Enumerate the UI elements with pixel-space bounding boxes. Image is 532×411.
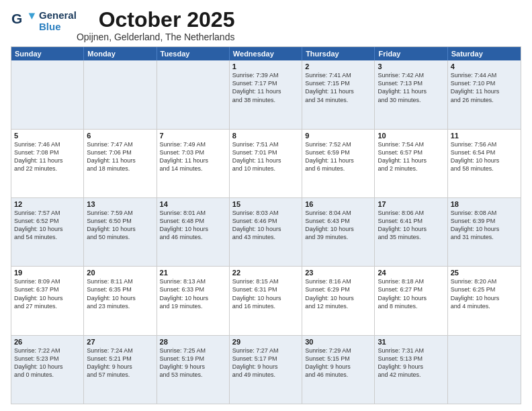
day-number: 17 (378, 200, 444, 208)
cell-info: Sunrise: 7:51 AM Sunset: 7:01 PM Dayligh… (232, 140, 299, 173)
logo-blue: Blue (39, 21, 61, 32)
day-number: 3 (378, 62, 444, 71)
cell-info: Sunrise: 7:39 AM Sunset: 7:17 PM Dayligh… (232, 71, 299, 104)
cal-cell-2-0: 12Sunrise: 7:57 AM Sunset: 6:52 PM Dayli… (11, 198, 84, 266)
weekday-saturday: Saturday (448, 47, 521, 60)
cal-row-4: 26Sunrise: 7:22 AM Sunset: 5:23 PM Dayli… (11, 335, 521, 404)
cell-info: Sunrise: 7:47 AM Sunset: 7:06 PM Dayligh… (87, 140, 153, 173)
weekday-sunday: Sunday (11, 47, 84, 60)
day-number: 14 (160, 200, 226, 208)
page: G General Blue October 2025 Opijnen, Gel… (0, 0, 532, 411)
cal-cell-4-2: 28Sunrise: 7:25 AM Sunset: 5:19 PM Dayli… (157, 336, 230, 404)
cell-info: Sunrise: 8:20 AM Sunset: 6:25 PM Dayligh… (451, 277, 518, 310)
cal-cell-0-4: 2Sunrise: 7:41 AM Sunset: 7:15 PM Daylig… (302, 60, 375, 128)
day-number: 1 (232, 62, 299, 71)
day-number: 16 (305, 200, 371, 208)
cell-info: Sunrise: 7:25 AM Sunset: 5:19 PM Dayligh… (160, 347, 226, 379)
day-number: 20 (87, 269, 153, 277)
cell-info: Sunrise: 7:44 AM Sunset: 7:10 PM Dayligh… (451, 71, 518, 104)
day-number: 4 (451, 62, 518, 71)
cell-info: Sunrise: 7:49 AM Sunset: 7:03 PM Dayligh… (160, 140, 226, 173)
cell-info: Sunrise: 7:24 AM Sunset: 5:21 PM Dayligh… (87, 347, 153, 379)
cal-cell-0-2 (157, 60, 230, 128)
svg-text:G: G (11, 11, 22, 26)
day-number: 23 (305, 269, 371, 277)
cell-info: Sunrise: 8:06 AM Sunset: 6:41 PM Dayligh… (378, 209, 444, 242)
cal-cell-1-5: 10Sunrise: 7:54 AM Sunset: 6:57 PM Dayli… (375, 130, 447, 197)
cal-cell-3-4: 23Sunrise: 8:16 AM Sunset: 6:29 PM Dayli… (302, 267, 375, 334)
cal-cell-2-3: 15Sunrise: 8:03 AM Sunset: 6:46 PM Dayli… (230, 198, 302, 266)
day-number: 29 (232, 338, 299, 346)
cal-cell-1-4: 9Sunrise: 7:52 AM Sunset: 6:59 PM Daylig… (302, 130, 375, 197)
cal-cell-1-6: 11Sunrise: 7:56 AM Sunset: 6:54 PM Dayli… (448, 130, 521, 197)
day-number: 26 (14, 338, 81, 346)
cal-cell-4-3: 29Sunrise: 7:27 AM Sunset: 5:17 PM Dayli… (230, 336, 302, 404)
calendar: Sunday Monday Tuesday Wednesday Thursday… (11, 46, 521, 404)
cal-cell-3-1: 20Sunrise: 8:11 AM Sunset: 6:35 PM Dayli… (84, 267, 157, 334)
cell-info: Sunrise: 8:03 AM Sunset: 6:46 PM Dayligh… (232, 209, 299, 242)
cal-row-1: 5Sunrise: 7:46 AM Sunset: 7:08 PM Daylig… (11, 129, 521, 197)
weekday-thursday: Thursday (302, 47, 375, 60)
cal-cell-2-2: 14Sunrise: 8:01 AM Sunset: 6:48 PM Dayli… (157, 198, 230, 266)
svg-marker-1 (29, 13, 36, 20)
cell-info: Sunrise: 8:04 AM Sunset: 6:43 PM Dayligh… (305, 209, 371, 242)
cell-info: Sunrise: 7:52 AM Sunset: 6:59 PM Dayligh… (305, 140, 371, 173)
day-number: 13 (87, 200, 153, 208)
subtitle: Opijnen, Gelderland, The Netherlands (77, 32, 235, 42)
cal-cell-3-2: 21Sunrise: 8:13 AM Sunset: 6:33 PM Dayli… (157, 267, 230, 334)
cal-cell-4-6 (448, 336, 521, 404)
day-number: 25 (451, 269, 518, 277)
day-number: 27 (87, 338, 153, 346)
cal-cell-4-0: 26Sunrise: 7:22 AM Sunset: 5:23 PM Dayli… (11, 336, 84, 404)
cell-info: Sunrise: 8:13 AM Sunset: 6:33 PM Dayligh… (160, 277, 226, 310)
cell-info: Sunrise: 7:41 AM Sunset: 7:15 PM Dayligh… (305, 71, 371, 104)
cal-cell-3-5: 24Sunrise: 8:18 AM Sunset: 6:27 PM Dayli… (375, 267, 447, 334)
day-number: 8 (232, 132, 299, 140)
day-number: 24 (378, 269, 444, 277)
weekday-monday: Monday (84, 47, 157, 60)
cell-info: Sunrise: 7:31 AM Sunset: 5:13 PM Dayligh… (378, 347, 444, 379)
cal-cell-0-0 (11, 60, 84, 128)
cell-info: Sunrise: 7:42 AM Sunset: 7:13 PM Dayligh… (378, 71, 444, 104)
month-title: October 2025 (77, 8, 235, 32)
cal-cell-3-0: 19Sunrise: 8:09 AM Sunset: 6:37 PM Dayli… (11, 267, 84, 334)
cell-info: Sunrise: 8:09 AM Sunset: 6:37 PM Dayligh… (14, 277, 81, 310)
cal-row-3: 19Sunrise: 8:09 AM Sunset: 6:37 PM Dayli… (11, 266, 521, 334)
day-number: 6 (87, 132, 153, 140)
cal-cell-2-4: 16Sunrise: 8:04 AM Sunset: 6:43 PM Dayli… (302, 198, 375, 266)
cal-cell-1-2: 7Sunrise: 7:49 AM Sunset: 7:03 PM Daylig… (157, 130, 230, 197)
logo: G General Blue (11, 8, 77, 34)
day-number: 5 (14, 132, 81, 140)
cal-cell-1-3: 8Sunrise: 7:51 AM Sunset: 7:01 PM Daylig… (230, 130, 302, 197)
day-number: 19 (14, 269, 81, 277)
day-number: 15 (232, 200, 299, 208)
calendar-header: Sunday Monday Tuesday Wednesday Thursday… (11, 47, 521, 60)
cell-info: Sunrise: 8:01 AM Sunset: 6:48 PM Dayligh… (160, 209, 226, 242)
cal-cell-0-3: 1Sunrise: 7:39 AM Sunset: 7:17 PM Daylig… (230, 60, 302, 128)
cal-cell-0-6: 4Sunrise: 7:44 AM Sunset: 7:10 PM Daylig… (448, 60, 521, 128)
day-number: 7 (160, 132, 226, 140)
calendar-body: 1Sunrise: 7:39 AM Sunset: 7:17 PM Daylig… (11, 60, 521, 404)
cell-info: Sunrise: 7:54 AM Sunset: 6:57 PM Dayligh… (378, 140, 444, 173)
cal-cell-1-0: 5Sunrise: 7:46 AM Sunset: 7:08 PM Daylig… (11, 130, 84, 197)
cal-cell-2-1: 13Sunrise: 7:59 AM Sunset: 6:50 PM Dayli… (84, 198, 157, 266)
weekday-tuesday: Tuesday (157, 47, 230, 60)
day-number: 2 (305, 62, 371, 71)
weekday-wednesday: Wednesday (230, 47, 302, 60)
cell-info: Sunrise: 7:56 AM Sunset: 6:54 PM Dayligh… (451, 140, 518, 173)
day-number: 9 (305, 132, 371, 140)
cal-row-0: 1Sunrise: 7:39 AM Sunset: 7:17 PM Daylig… (11, 60, 521, 128)
title-section: October 2025 Opijnen, Gelderland, The Ne… (77, 8, 235, 42)
cal-cell-3-3: 22Sunrise: 8:15 AM Sunset: 6:31 PM Dayli… (230, 267, 302, 334)
cell-info: Sunrise: 8:16 AM Sunset: 6:29 PM Dayligh… (305, 277, 371, 310)
day-number: 10 (378, 132, 444, 140)
cal-cell-0-5: 3Sunrise: 7:42 AM Sunset: 7:13 PM Daylig… (375, 60, 447, 128)
cell-info: Sunrise: 8:11 AM Sunset: 6:35 PM Dayligh… (87, 277, 153, 310)
day-number: 28 (160, 338, 226, 346)
cell-info: Sunrise: 7:22 AM Sunset: 5:23 PM Dayligh… (14, 347, 81, 379)
day-number: 22 (232, 269, 299, 277)
cell-info: Sunrise: 8:18 AM Sunset: 6:27 PM Dayligh… (378, 277, 444, 310)
cal-cell-4-5: 31Sunrise: 7:31 AM Sunset: 5:13 PM Dayli… (375, 336, 447, 404)
cal-cell-0-1 (84, 60, 157, 128)
cal-cell-2-5: 17Sunrise: 8:06 AM Sunset: 6:41 PM Dayli… (375, 198, 447, 266)
